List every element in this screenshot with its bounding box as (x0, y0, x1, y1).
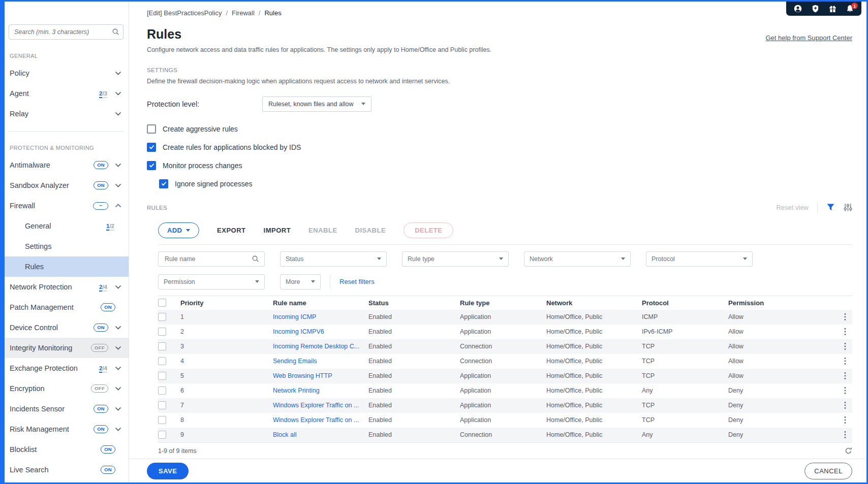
refresh-icon[interactable] (845, 447, 852, 455)
checkbox-ignore-signed-processes[interactable] (159, 179, 168, 188)
cell-permission: Deny (728, 431, 838, 438)
sidebar-item-label: Incidents Sensor (10, 405, 65, 413)
rule-name-link[interactable]: Block all (273, 431, 297, 438)
row-actions-kebab-icon[interactable] (838, 372, 852, 380)
row-checkbox[interactable] (158, 416, 166, 424)
add-button[interactable]: ADD (158, 222, 199, 238)
column-header-rule-name[interactable]: Rule name (273, 299, 368, 307)
column-header-network[interactable]: Network (546, 299, 642, 307)
save-button[interactable]: SAVE (147, 463, 189, 479)
rule-name-link[interactable]: Incoming Remote Desktop C... (273, 343, 359, 350)
filter-permission-dropdown[interactable]: Permission (158, 274, 265, 289)
checkbox-monitor-process-changes[interactable] (147, 161, 156, 170)
row-actions-kebab-icon[interactable] (838, 313, 852, 321)
setting-row-monitor-process-changes: Monitor process changes (147, 160, 852, 171)
export-button[interactable]: EXPORT (217, 227, 245, 234)
rule-name-link[interactable]: Network Printing (273, 387, 320, 394)
sidebar-item-settings[interactable]: Settings (5, 236, 129, 256)
sidebar-item-antimalware[interactable]: AntimalwareON (5, 155, 129, 175)
sidebar-item-firewall[interactable]: Firewall– (5, 196, 129, 216)
filter-more-dropdown[interactable]: More (280, 274, 321, 289)
sidebar-item-device-control[interactable]: Device ControlON (5, 317, 129, 338)
row-checkbox[interactable] (158, 386, 166, 395)
rule-name-search-box[interactable] (158, 251, 265, 267)
sidebar-item-live-search[interactable]: Live SearchON (5, 460, 129, 480)
column-header-permission[interactable]: Permission (728, 299, 838, 307)
rule-name-link[interactable]: Windows Explorer Traffic on ... (273, 416, 359, 424)
disable-button: DISABLE (355, 227, 386, 234)
shield-plus-icon[interactable] (812, 5, 819, 13)
row-checkbox[interactable] (158, 328, 166, 336)
rule-name-link[interactable]: Web Browsing HTTP (273, 372, 332, 379)
protection-level-select[interactable]: Ruleset, known files and allow (262, 96, 371, 112)
sidebar-item-incidents-sensor[interactable]: Incidents SensorON (5, 399, 129, 419)
row-actions-kebab-icon[interactable] (838, 328, 852, 336)
filter-network-dropdown[interactable]: Network (524, 251, 631, 267)
sidebar-item-general[interactable]: General1/2 (5, 216, 129, 236)
caret-down-icon (361, 103, 365, 105)
filter-status-dropdown[interactable]: Status (280, 251, 387, 267)
filter-protocol-dropdown[interactable]: Protocol (646, 251, 753, 267)
sidebar-item-patch-management[interactable]: Patch ManagementON (5, 297, 129, 317)
sidebar-item-integrity-monitoring[interactable]: Integrity MonitoringOFF (5, 338, 129, 358)
checkbox-create-aggressive-rules[interactable] (147, 124, 156, 134)
delete-button[interactable]: DELETE (404, 222, 453, 238)
user-icon[interactable] (794, 5, 802, 13)
column-header-protocol[interactable]: Protocol (642, 299, 728, 307)
rule-name-link[interactable]: Incoming ICMPV6 (273, 328, 324, 335)
reset-filters-link[interactable]: Reset filters (339, 278, 375, 285)
cell-priority: 7 (180, 402, 273, 409)
sidebar-item-network-protection[interactable]: Network Protection2/4 (5, 277, 129, 297)
row-checkbox[interactable] (158, 372, 166, 380)
sidebar-search-input[interactable] (9, 24, 123, 40)
sidebar-item-rules[interactable]: Rules (5, 256, 129, 277)
rule-name-link[interactable]: Windows Explorer Traffic on ... (273, 402, 359, 409)
checkbox-label: Monitor process changes (163, 162, 242, 170)
sidebar-item-risk-management[interactable]: Risk ManagementON (5, 419, 129, 439)
rule-name-search-input[interactable] (164, 255, 252, 263)
bell-icon[interactable]: 1 (846, 5, 854, 13)
column-header-rule-type[interactable]: Rule type (460, 299, 546, 307)
sidebar-item-agent[interactable]: Agent2/3 (5, 83, 129, 104)
sidebar-item-policy[interactable]: Policy (5, 63, 129, 83)
column-header-status[interactable]: Status (368, 299, 460, 307)
column-header-priority[interactable]: Priority (180, 299, 273, 307)
row-checkbox[interactable] (158, 357, 166, 365)
row-actions-kebab-icon[interactable] (838, 431, 852, 439)
row-actions-kebab-icon[interactable] (838, 401, 852, 409)
row-checkbox[interactable] (158, 431, 166, 439)
filter-rule-type-dropdown[interactable]: Rule type (402, 251, 509, 267)
row-actions-kebab-icon[interactable] (838, 342, 852, 350)
select-all-checkbox[interactable] (158, 299, 166, 307)
chevron-down-icon (115, 326, 121, 330)
cancel-button[interactable]: CANCEL (804, 463, 852, 479)
row-actions-kebab-icon[interactable] (838, 357, 852, 365)
import-button[interactable]: IMPORT (264, 227, 291, 234)
row-checkbox[interactable] (158, 401, 166, 409)
breadcrumb-item-edit-bestpracticespolicy[interactable]: [Edit] BestPracticesPolicy (147, 9, 222, 17)
breadcrumb-separator: / (259, 9, 261, 17)
row-actions-kebab-icon[interactable] (838, 416, 852, 424)
row-checkbox[interactable] (158, 342, 166, 350)
sidebar: GENERALPolicyAgent2/3RelayPROTECTION & M… (2, 2, 129, 482)
filter-icon[interactable] (826, 203, 835, 212)
caret-down-icon (499, 257, 503, 260)
column-settings-icon[interactable] (844, 203, 852, 212)
support-center-link[interactable]: Get help from Support Center (765, 34, 852, 42)
setting-row-create-rules-for-applications-blocked-by-ids: Create rules for applications blocked by… (147, 142, 852, 153)
button-label: EXPORT (217, 227, 245, 234)
rule-name-link[interactable]: Incoming ICMP (273, 313, 316, 320)
sidebar-item-relay[interactable]: Relay (5, 104, 129, 124)
search-icon (112, 28, 119, 38)
sidebar-item-blocklist[interactable]: BlocklistON (5, 439, 129, 460)
checkbox-create-rules-for-applications-blocked-by-ids[interactable] (147, 143, 156, 152)
sidebar-item-encryption[interactable]: EncryptionOFF (5, 378, 129, 399)
gift-icon[interactable] (829, 5, 836, 13)
row-checkbox[interactable] (158, 313, 166, 321)
row-actions-kebab-icon[interactable] (838, 386, 852, 395)
breadcrumb-item-firewall[interactable]: Firewall (232, 9, 255, 17)
sidebar-item-exchange-protection[interactable]: Exchange Protection2/4 (5, 358, 129, 378)
sidebar-item-sandbox-analyzer[interactable]: Sandbox AnalyzerON (5, 175, 129, 196)
rule-name-link[interactable]: Sending Emails (273, 358, 317, 365)
reset-view-button[interactable]: Reset view (776, 204, 809, 211)
